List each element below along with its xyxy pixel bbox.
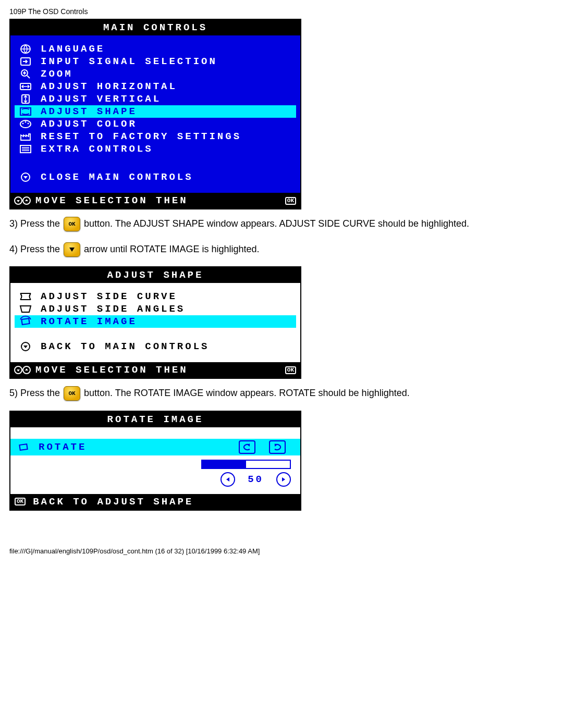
menu-item-rotate-image[interactable]: ROTATE IMAGE <box>15 315 296 328</box>
page-footer: file:///G|/manual/english/109P/osd/osd_c… <box>9 547 554 555</box>
decrease-button[interactable] <box>221 472 235 487</box>
rotate-image-footer: OK BACK TO ADJUST SHAPE <box>10 494 300 510</box>
globe-icon <box>18 44 33 54</box>
svg-point-9 <box>28 123 29 125</box>
rotate-direction-icons <box>239 440 295 454</box>
rotate-progress-fill <box>202 461 246 468</box>
ok-icon: OK <box>285 366 296 374</box>
rotate-icon <box>18 317 33 326</box>
side-angles-icon <box>18 304 33 314</box>
menu-item-adjust-shape[interactable]: ADJUST SHAPE <box>15 105 296 118</box>
list-icon <box>18 144 33 154</box>
menu-item-factory-reset[interactable]: RESET TO FACTORY SETTINGS <box>15 130 296 143</box>
footer-text: MOVE SELECTION THEN <box>35 195 285 206</box>
rotate-image-body: ROTATE 50 <box>10 427 300 494</box>
main-controls-osd: MAIN CONTROLS LANGUAGE INPUT SIGNAL SELE… <box>9 19 301 209</box>
menu-item-label: ADJUST COLOR <box>41 118 137 130</box>
menu-item-adjust-color[interactable]: ADJUST COLOR <box>15 118 296 130</box>
ok-icon: OK <box>15 498 26 505</box>
menu-item-label: ROTATE <box>39 441 239 453</box>
menu-item-label: ADJUST SIDE ANGLES <box>41 303 185 315</box>
svg-rect-14 <box>21 318 29 325</box>
menu-item-rotate[interactable]: ROTATE <box>10 439 300 455</box>
rotate-value: 50 <box>248 474 264 485</box>
vertical-arrows-icon <box>18 94 33 104</box>
footer-text: BACK TO ADJUST SHAPE <box>33 496 296 508</box>
menu-item-label: BACK TO MAIN CONTROLS <box>41 341 209 352</box>
footer-text: MOVE SELECTION THEN <box>35 364 285 376</box>
menu-item-label: ADJUST SIDE CURVE <box>41 291 177 302</box>
rotate-left-icon <box>239 440 255 454</box>
up-down-circles-icon <box>15 365 30 375</box>
menu-item-label: ROTATE IMAGE <box>41 316 137 327</box>
down-circle-icon <box>18 172 33 182</box>
horizontal-arrows-icon <box>18 82 33 91</box>
menu-item-zoom[interactable]: ZOOM <box>15 68 296 80</box>
rotate-value-row: 50 <box>10 471 300 491</box>
main-controls-body: LANGUAGE INPUT SIGNAL SELECTION ZOOM ADJ… <box>10 35 300 193</box>
rotate-right-icon <box>269 440 286 454</box>
ok-icon: OK <box>285 197 296 205</box>
menu-item-language[interactable]: LANGUAGE <box>15 43 296 55</box>
menu-item-label: LANGUAGE <box>41 43 105 55</box>
adjust-shape-osd: ADJUST SHAPE ADJUST SIDE CURVE ADJUST SI… <box>9 266 301 379</box>
rotate-bar-row <box>10 455 300 471</box>
main-controls-title: MAIN CONTROLS <box>10 20 300 35</box>
palette-icon <box>18 119 33 129</box>
menu-item-label: ADJUST HORIZONTAL <box>41 81 177 92</box>
menu-item-side-angles[interactable]: ADJUST SIDE ANGLES <box>15 303 296 315</box>
menu-item-side-curve[interactable]: ADJUST SIDE CURVE <box>15 290 296 303</box>
input-arrow-icon <box>18 57 33 66</box>
menu-item-label: ADJUST SHAPE <box>41 106 137 117</box>
instruction-4: 4) Press the arrow until ROTATE IMAGE is… <box>9 241 554 257</box>
menu-item-input-signal[interactable]: INPUT SIGNAL SELECTION <box>15 55 296 68</box>
page-header: 109P The OSD Controls <box>9 7 554 16</box>
down-circle-icon <box>18 341 33 352</box>
ok-button-icon: OK <box>64 217 80 231</box>
increase-button[interactable] <box>276 472 291 487</box>
shape-icon <box>18 107 33 116</box>
magnifier-icon <box>18 68 33 80</box>
factory-icon <box>18 132 33 141</box>
rotate-image-osd: ROTATE IMAGE ROTATE <box>9 411 301 511</box>
menu-item-adjust-horizontal[interactable]: ADJUST HORIZONTAL <box>15 80 296 93</box>
ok-button-icon: OK <box>64 386 80 401</box>
adjust-shape-footer: MOVE SELECTION THEN OK <box>10 362 300 378</box>
svg-rect-18 <box>19 444 27 450</box>
menu-item-back[interactable]: BACK TO MAIN CONTROLS <box>15 340 296 353</box>
menu-item-label: INPUT SIGNAL SELECTION <box>41 56 217 67</box>
menu-item-close[interactable]: CLOSE MAIN CONTROLS <box>15 171 296 183</box>
svg-point-8 <box>25 121 27 123</box>
instruction-5: 5) Press the OK button. The ROTATE IMAGE… <box>9 385 554 401</box>
menu-item-label: ZOOM <box>41 68 73 80</box>
instruction-3: 3) Press the OK button. The ADJUST SHAPE… <box>9 216 554 232</box>
rotate-progress-bar <box>201 460 291 469</box>
main-controls-footer: MOVE SELECTION THEN OK <box>10 193 300 208</box>
svg-point-7 <box>22 123 24 125</box>
side-curve-icon <box>18 292 33 301</box>
menu-item-extra-controls[interactable]: EXTRA CONTROLS <box>15 143 296 155</box>
rotate-image-title: ROTATE IMAGE <box>10 412 300 427</box>
adjust-shape-title: ADJUST SHAPE <box>10 267 300 283</box>
menu-item-label: EXTRA CONTROLS <box>41 143 153 155</box>
menu-item-label: ADJUST VERTICAL <box>41 93 161 105</box>
up-down-circles-icon <box>15 195 30 206</box>
menu-item-label: CLOSE MAIN CONTROLS <box>41 171 193 183</box>
adjust-shape-body: ADJUST SIDE CURVE ADJUST SIDE ANGLES ROT… <box>10 283 300 362</box>
down-button-icon <box>64 242 80 257</box>
menu-item-label: RESET TO FACTORY SETTINGS <box>41 131 241 142</box>
rotate-icon <box>16 442 31 452</box>
menu-item-adjust-vertical[interactable]: ADJUST VERTICAL <box>15 93 296 105</box>
